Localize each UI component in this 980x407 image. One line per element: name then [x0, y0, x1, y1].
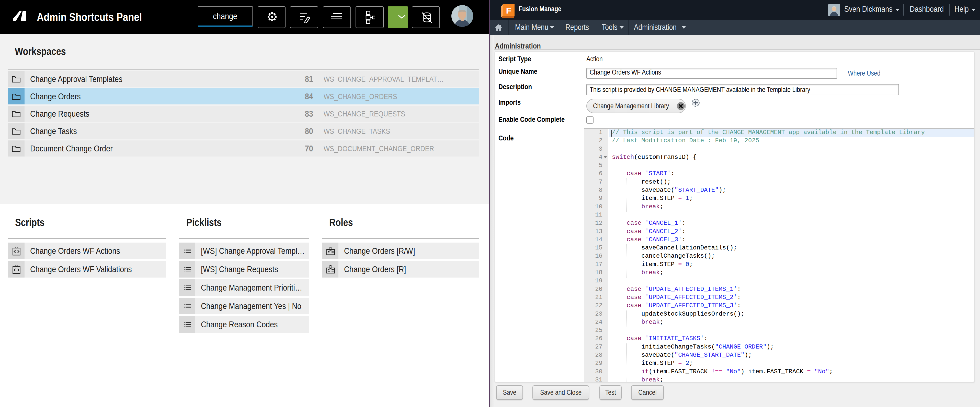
svg-text:F: F [506, 6, 511, 15]
